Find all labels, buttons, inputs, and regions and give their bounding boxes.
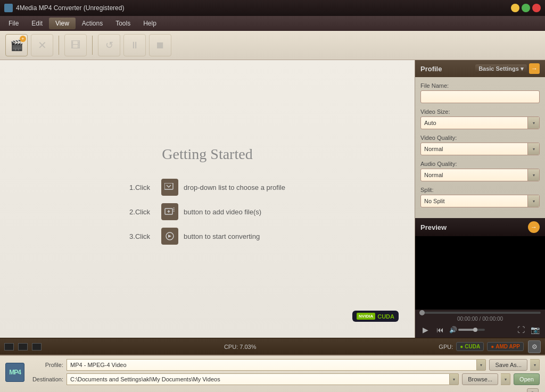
- maximize-button[interactable]: [522, 4, 530, 12]
- video-quality-select[interactable]: Normal ▾: [420, 143, 540, 155]
- step-3: 3.Click button to start converting: [129, 228, 285, 245]
- amd-badge-btn[interactable]: ● AMD APP: [487, 342, 524, 351]
- add-segment-button[interactable]: 🎞: [64, 34, 87, 56]
- play-button[interactable]: ▶: [419, 324, 431, 336]
- preview-next-button[interactable]: →: [528, 221, 540, 233]
- getting-started-heading: Getting Started: [11, 146, 404, 163]
- profile-dropdown-arrow-icon[interactable]: ▾: [476, 359, 486, 371]
- volume-fill: [458, 329, 474, 331]
- volume-control: 🔊: [449, 326, 485, 333]
- video-size-arrow-icon[interactable]: ▾: [527, 117, 539, 129]
- menu-tools[interactable]: Tools: [109, 18, 137, 29]
- remove-button[interactable]: ✕: [31, 34, 53, 56]
- menu-actions[interactable]: Actions: [76, 18, 109, 29]
- step-1-text: drop-down list to choose a profile: [184, 184, 285, 191]
- close-button[interactable]: [532, 4, 541, 12]
- bottom-fields: Profile: ▾ Save As... ▾ Destination: ▾ B…: [29, 359, 540, 385]
- video-size-field: Video Size: Auto ▾: [420, 109, 540, 129]
- minimize-button[interactable]: [511, 4, 519, 12]
- profile-header-label: Profile: [420, 65, 442, 73]
- menu-help[interactable]: Help: [137, 18, 163, 29]
- destination-dropdown-arrow-icon[interactable]: ▾: [449, 373, 459, 385]
- file-name-label: File Name:: [420, 82, 540, 89]
- video-size-select[interactable]: Auto ▾: [420, 116, 540, 129]
- menu-edit[interactable]: Edit: [25, 18, 49, 29]
- step-1-num: 1.Click: [129, 184, 161, 191]
- time-display: 00:00:00 / 00:00:00: [419, 316, 541, 322]
- content-area: Getting Started 1.Click drop-down list t…: [0, 60, 415, 338]
- basic-settings-dropdown[interactable]: Basic Settings ▾: [475, 64, 527, 73]
- video-quality-arrow-icon[interactable]: ▾: [527, 143, 539, 155]
- volume-icon: 🔊: [449, 326, 457, 333]
- cuda-badge: NVIDIA CUDA: [352, 311, 399, 322]
- convert-button[interactable]: ↺: [98, 34, 120, 56]
- split-field: Split: No Split ▾: [420, 187, 540, 207]
- profile-next-button[interactable]: →: [529, 63, 540, 74]
- step-2: 2.Click button to add video file(s): [129, 203, 285, 220]
- app-icon: [4, 4, 13, 12]
- mini-thumb-3: [32, 343, 42, 351]
- menu-view[interactable]: View: [49, 18, 76, 29]
- screenshot-button[interactable]: 📷: [529, 324, 541, 336]
- volume-track[interactable]: [458, 329, 485, 331]
- file-name-field: File Name:: [420, 82, 540, 103]
- destination-input[interactable]: [67, 373, 449, 385]
- main-area: Getting Started 1.Click drop-down list t…: [0, 60, 545, 338]
- preview-controls: 00:00:00 / 00:00:00 ▶ ⏮ 🔊 ⛶ 📷: [415, 310, 545, 338]
- open-button[interactable]: Open: [514, 373, 540, 385]
- destination-field-label: Destination:: [29, 376, 63, 382]
- playback-controls: ▶ ⏮ 🔊 ⛶ 📷: [419, 324, 541, 336]
- header-right: Basic Settings ▾ →: [475, 63, 540, 74]
- getting-started: Getting Started 1.Click drop-down list t…: [0, 135, 415, 263]
- settings-button[interactable]: ⚙: [528, 340, 541, 353]
- trash-button[interactable]: 🗑: [527, 388, 539, 392]
- preview-screen: [415, 236, 545, 310]
- profile-icon: MP4: [5, 363, 24, 382]
- audio-quality-select[interactable]: Normal ▾: [420, 169, 540, 181]
- gpu-status: GPU: ● CUDA ● AMD APP: [439, 342, 524, 351]
- step-3-num: 3.Click: [129, 232, 161, 240]
- timeline-thumb: [419, 310, 425, 315]
- add-badge-icon: +: [20, 36, 26, 42]
- timeline-bar[interactable]: [419, 312, 541, 314]
- bottom-section: MP4 Profile: ▾ Save As... ▾ Destination:…: [0, 355, 545, 392]
- nvidia-icon: ●: [460, 344, 463, 349]
- split-select[interactable]: No Split ▾: [420, 195, 540, 207]
- browse-arrow-icon[interactable]: ▾: [501, 373, 510, 385]
- audio-quality-value: Normal: [421, 169, 527, 181]
- step-1: 1.Click drop-down list to choose a profi…: [129, 179, 285, 196]
- prev-frame-button[interactable]: ⏮: [434, 324, 446, 336]
- fullscreen-button[interactable]: ⛶: [515, 324, 527, 336]
- step-list: 1.Click drop-down list to choose a profi…: [129, 179, 285, 252]
- file-name-input[interactable]: [420, 90, 540, 103]
- profile-input-wrap: ▾: [67, 359, 486, 371]
- destination-input-wrap: ▾: [67, 373, 459, 385]
- svg-rect-0: [164, 183, 173, 189]
- menu-file[interactable]: File: [2, 18, 25, 29]
- mp4-icon: MP4: [9, 369, 21, 376]
- save-as-button[interactable]: Save As...: [489, 359, 527, 371]
- step-3-text: button to start converting: [184, 232, 260, 240]
- profile-input[interactable]: [67, 359, 476, 371]
- toolbar-separator-1: [59, 36, 59, 55]
- right-panel: Profile Basic Settings ▾ → File Name: Vi…: [415, 60, 545, 338]
- pause-button[interactable]: ⏸: [123, 34, 146, 56]
- video-quality-field: Video Quality: Normal ▾: [420, 135, 540, 155]
- cuda-label: CUDA: [465, 344, 480, 349]
- mini-thumb-1: [4, 343, 14, 351]
- profile-form: File Name: Video Size: Auto ▾ Video Qual…: [415, 77, 545, 218]
- audio-quality-arrow-icon[interactable]: ▾: [527, 169, 539, 181]
- stop-button[interactable]: ⏹: [149, 34, 171, 56]
- browse-button[interactable]: Browse...: [462, 373, 498, 385]
- cuda-badge-btn[interactable]: ● CUDA: [456, 342, 484, 351]
- step-1-icon: [161, 179, 178, 196]
- profile-header: Profile Basic Settings ▾ →: [415, 60, 545, 77]
- mini-thumb-2: [18, 343, 28, 351]
- step-2-text: button to add video file(s): [184, 208, 261, 216]
- cpu-status: CPU: 7.03%: [46, 344, 434, 350]
- add-video-button[interactable]: 🎬 +: [5, 34, 28, 56]
- split-arrow-icon[interactable]: ▾: [527, 195, 539, 207]
- gpu-label: GPU:: [439, 344, 453, 350]
- save-as-arrow-icon[interactable]: ▾: [530, 359, 540, 371]
- amd-label: AMD APP: [496, 344, 520, 349]
